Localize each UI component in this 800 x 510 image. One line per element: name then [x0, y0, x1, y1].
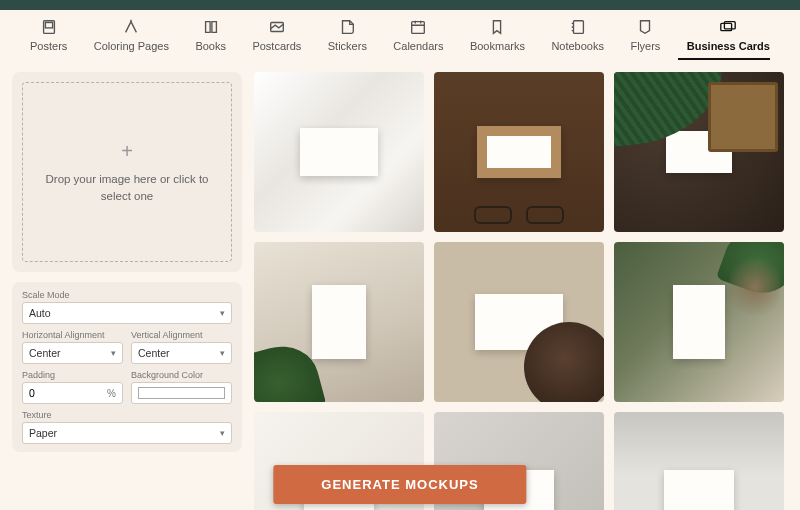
nav-tab-label: Notebooks: [551, 40, 604, 52]
dropzone-container: + Drop your image here or click to selec…: [12, 72, 242, 272]
nav-tab-coloring-pages[interactable]: Coloring Pages: [94, 18, 169, 52]
mockup-template[interactable]: [614, 72, 784, 232]
business-card-placeholder: [312, 285, 366, 359]
controls-panel: Scale Mode Auto Horizontal Alignment Cen…: [12, 282, 242, 452]
scale-mode-select[interactable]: Auto: [22, 302, 232, 324]
mockup-template[interactable]: [254, 72, 424, 232]
bg-color-swatch: [138, 387, 225, 399]
flyers-icon: [636, 18, 654, 36]
svg-rect-3: [412, 22, 425, 34]
nav-tab-label: Calendars: [393, 40, 443, 52]
top-bar: [0, 0, 800, 10]
nav-tab-notebooks[interactable]: Notebooks: [551, 18, 604, 52]
image-dropzone[interactable]: + Drop your image here or click to selec…: [22, 82, 232, 262]
nav-tab-label: Bookmarks: [470, 40, 525, 52]
nav-tab-label: Postcards: [252, 40, 301, 52]
decor-tray: [708, 82, 778, 152]
nav-tab-label: Flyers: [630, 40, 660, 52]
mockup-template[interactable]: [254, 242, 424, 402]
texture-value: Paper: [29, 427, 57, 439]
svg-rect-1: [45, 23, 52, 28]
padding-label: Padding: [22, 370, 123, 380]
notebooks-icon: [569, 18, 587, 36]
padding-input-wrap[interactable]: %: [22, 382, 123, 404]
scale-mode-field: Scale Mode Auto: [22, 290, 232, 324]
mockup-template[interactable]: [434, 72, 604, 232]
generate-mockups-button[interactable]: GENERATE MOCKUPS: [273, 465, 526, 504]
nav-tab-bookmarks[interactable]: Bookmarks: [470, 18, 525, 52]
business-card-placeholder: [673, 285, 725, 359]
coloring-icon: [122, 18, 140, 36]
h-align-value: Center: [29, 347, 61, 359]
business-card-placeholder: [300, 128, 378, 176]
h-align-label: Horizontal Alignment: [22, 330, 123, 340]
nav-tab-books[interactable]: Books: [195, 18, 226, 52]
business-card-placeholder: [664, 470, 734, 510]
v-align-value: Center: [138, 347, 170, 359]
padding-input[interactable]: [29, 387, 116, 399]
nav-tab-posters[interactable]: Posters: [30, 18, 67, 52]
nav-tab-label: Books: [195, 40, 226, 52]
h-align-select[interactable]: Center: [22, 342, 123, 364]
plus-icon: +: [121, 140, 133, 163]
dropzone-text: Drop your image here or click to select …: [33, 171, 221, 203]
mockup-grid: [254, 72, 788, 510]
nav-tab-business-cards[interactable]: Business Cards: [687, 18, 770, 52]
svg-rect-5: [721, 23, 732, 30]
texture-label: Texture: [22, 410, 232, 420]
mockup-template[interactable]: [614, 412, 784, 510]
v-align-field: Vertical Alignment Center: [131, 330, 232, 364]
nav-tab-label: Business Cards: [687, 40, 770, 52]
books-icon: [202, 18, 220, 36]
padding-field: Padding %: [22, 370, 123, 404]
category-nav: PostersColoring PagesBooksPostcardsStick…: [0, 10, 800, 58]
padding-suffix: %: [107, 388, 116, 399]
decor-glasses: [474, 206, 564, 224]
postcards-icon: [268, 18, 286, 36]
h-align-field: Horizontal Alignment Center: [22, 330, 123, 364]
svg-rect-6: [725, 22, 736, 29]
v-align-label: Vertical Alignment: [131, 330, 232, 340]
texture-field: Texture Paper: [22, 410, 232, 444]
mockup-template[interactable]: [614, 242, 784, 402]
main-body: + Drop your image here or click to selec…: [0, 66, 800, 510]
nav-tab-postcards[interactable]: Postcards: [252, 18, 301, 52]
nav-tab-label: Posters: [30, 40, 67, 52]
calendars-icon: [409, 18, 427, 36]
stickers-icon: [338, 18, 356, 36]
decor-dried-plant: [730, 252, 780, 322]
active-tab-underline: [678, 58, 770, 60]
svg-rect-4: [573, 21, 583, 34]
business-cards-icon: [719, 18, 737, 36]
scale-mode-label: Scale Mode: [22, 290, 232, 300]
nav-tab-label: Coloring Pages: [94, 40, 169, 52]
texture-select[interactable]: Paper: [22, 422, 232, 444]
nav-tab-stickers[interactable]: Stickers: [328, 18, 367, 52]
mockup-template[interactable]: [434, 242, 604, 402]
nav-tab-label: Stickers: [328, 40, 367, 52]
left-panel: + Drop your image here or click to selec…: [12, 72, 242, 510]
bg-color-label: Background Color: [131, 370, 232, 380]
bookmarks-icon: [488, 18, 506, 36]
nav-tab-calendars[interactable]: Calendars: [393, 18, 443, 52]
bg-color-field: Background Color: [131, 370, 232, 404]
scale-mode-value: Auto: [29, 307, 51, 319]
posters-icon: [40, 18, 58, 36]
business-card-placeholder: [477, 126, 561, 178]
nav-tab-flyers[interactable]: Flyers: [630, 18, 660, 52]
v-align-select[interactable]: Center: [131, 342, 232, 364]
bg-color-input[interactable]: [131, 382, 232, 404]
